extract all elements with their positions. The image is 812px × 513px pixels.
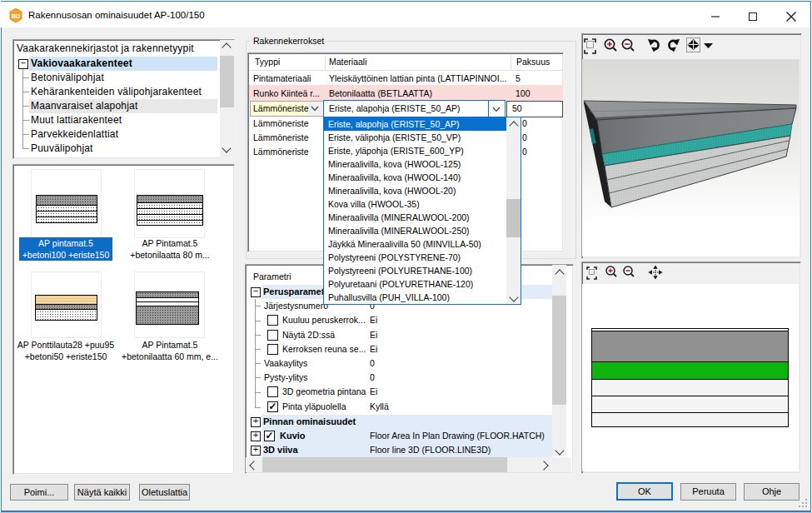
svg-text:BD: BD [12, 13, 20, 19]
